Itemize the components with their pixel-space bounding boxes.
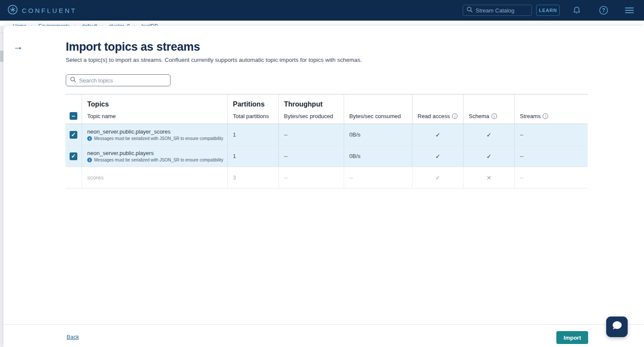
search-icon xyxy=(70,76,76,84)
header-throughput-produced: Throughput Bytes/sec produced xyxy=(278,94,344,124)
schema-cross-icon: ✕ xyxy=(486,174,491,181)
topic-name: scores xyxy=(87,174,104,181)
bytes-consumed-value: 0B/s xyxy=(344,146,412,167)
topic-note: i Messages must be serialized with JSON_… xyxy=(87,158,223,162)
table-row-scores: scores 3 -- -- ✓ ✕ -- xyxy=(65,167,588,189)
column-topic-name: Topic name xyxy=(87,113,116,119)
streams-value: -- xyxy=(514,146,588,167)
header-throughput-consumed: Bytes/sec consumed xyxy=(344,94,412,124)
column-bytes-produced: Bytes/sec produced xyxy=(284,113,333,119)
stream-catalog-search[interactable] xyxy=(463,5,532,16)
chat-bubble-icon xyxy=(611,320,623,333)
streams-value: -- xyxy=(514,167,588,188)
hamburger-menu-icon[interactable] xyxy=(624,5,635,15)
footer-divider xyxy=(3,324,644,325)
row-checkbox[interactable]: ✓ xyxy=(70,131,77,139)
header-topics: Topics Topic name xyxy=(82,94,227,124)
top-navigation-bar: CONFLUENT LEARN ? xyxy=(0,0,644,21)
header-partitions: Partitions Total partitions xyxy=(227,94,278,124)
select-all-checkbox[interactable]: – xyxy=(70,112,77,120)
table-header: – Topics Topic name Partitions Total par… xyxy=(65,94,588,124)
row-checkbox[interactable]: ✓ xyxy=(70,152,77,160)
column-schema: Schema xyxy=(469,113,489,119)
back-link[interactable]: Back xyxy=(67,334,79,340)
streams-value: -- xyxy=(514,124,588,145)
chat-widget-button[interactable] xyxy=(606,317,628,337)
partitions-value: 3 xyxy=(227,167,278,188)
column-bytes-consumed: Bytes/sec consumed xyxy=(349,113,401,119)
header-read-access: Read access i xyxy=(412,94,463,124)
header-select-all-cell: – xyxy=(65,94,82,124)
notifications-bell-icon[interactable] xyxy=(571,5,582,15)
row-checkbox-placeholder xyxy=(65,167,82,188)
bytes-produced-value: -- xyxy=(278,167,344,188)
search-icon xyxy=(467,6,473,14)
divider xyxy=(0,33,3,33)
help-icon[interactable]: ? xyxy=(598,5,609,15)
read-access-check-icon: ✓ xyxy=(435,174,440,181)
read-access-check-icon: ✓ xyxy=(435,153,440,160)
bytes-produced-value: -- xyxy=(278,146,344,167)
info-icon: i xyxy=(87,158,92,162)
collapse-panel-arrow-icon[interactable]: → xyxy=(13,41,23,52)
info-icon: i xyxy=(87,136,92,141)
partitions-value: 1 xyxy=(227,124,278,145)
collapsed-panel-edge xyxy=(0,51,3,62)
topic-name: neon_server.public.player_scores xyxy=(87,128,171,135)
schema-info-icon[interactable]: i xyxy=(491,113,497,119)
page-title: Import topics as streams xyxy=(66,40,200,54)
table-row-players[interactable]: ✓ neon_server.public.players i Messages … xyxy=(65,146,588,167)
search-topics-field[interactable] xyxy=(66,74,171,86)
bytes-produced-value: -- xyxy=(278,124,344,145)
topic-note: i Messages must be serialized with JSON_… xyxy=(87,136,223,141)
header-streams: Streams i xyxy=(514,94,588,124)
read-access-check-icon: ✓ xyxy=(435,131,440,138)
schema-check-icon: ✓ xyxy=(486,153,491,160)
table-row-player-scores[interactable]: ✓ neon_server.public.player_scores i Mes… xyxy=(65,124,588,146)
column-streams: Streams xyxy=(520,113,540,119)
stream-catalog-input[interactable] xyxy=(476,7,527,14)
bytes-consumed-value: 0B/s xyxy=(344,124,412,145)
confluent-logo-icon xyxy=(8,5,18,16)
header-schema: Schema i xyxy=(463,94,514,124)
column-read-access: Read access xyxy=(418,113,450,119)
bytes-consumed-value: -- xyxy=(344,167,412,188)
svg-text:?: ? xyxy=(602,7,605,13)
import-button[interactable]: Import xyxy=(556,331,588,344)
read-access-info-icon[interactable]: i xyxy=(452,113,458,119)
topic-name: neon_server.public.players xyxy=(87,150,154,156)
column-total-partitions: Total partitions xyxy=(233,113,269,119)
page-subtitle: Select a topic(s) to import as streams. … xyxy=(66,57,362,63)
topics-table: – Topics Topic name Partitions Total par… xyxy=(65,94,588,189)
confluent-logo[interactable]: CONFLUENT xyxy=(8,5,77,16)
search-topics-input[interactable] xyxy=(79,77,161,84)
brand-name: CONFLUENT xyxy=(22,7,77,14)
import-topics-panel: → Import topics as streams Select a topi… xyxy=(3,26,644,347)
page-left-edge xyxy=(0,26,3,347)
learn-button[interactable]: LEARN xyxy=(536,5,560,16)
partitions-value: 1 xyxy=(227,146,278,167)
schema-check-icon: ✓ xyxy=(486,131,491,138)
streams-info-icon[interactable]: i xyxy=(543,113,548,119)
